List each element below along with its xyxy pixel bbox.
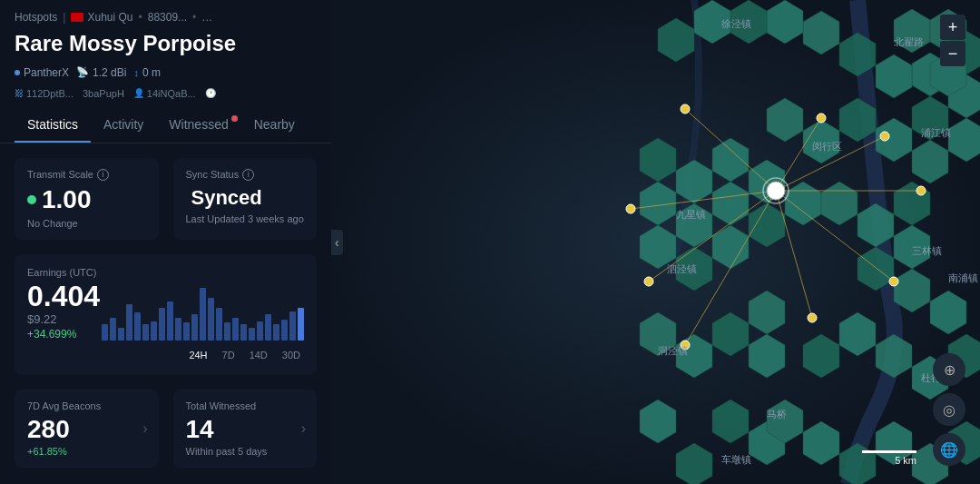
- chart-bar: [110, 318, 116, 341]
- period-30d[interactable]: 30D: [279, 348, 304, 362]
- svg-point-71: [681, 104, 690, 114]
- zoom-in-button[interactable]: +: [940, 15, 965, 40]
- bottom-row: 7D Avg Beacons 280 +61.85% › Total Witne…: [15, 390, 317, 468]
- svg-text:徐泾镇: 徐泾镇: [721, 18, 751, 29]
- transmit-info-icon[interactable]: i: [97, 169, 109, 181]
- earnings-card: Earnings (UTC) 0.404 $9.22 +34.699% 24H …: [15, 254, 317, 375]
- svg-text:九星镇: 九星镇: [676, 209, 706, 220]
- witnessed-label: Total Witnessed: [186, 400, 305, 411]
- breadcrumb-sep1: |: [63, 11, 65, 24]
- chart-bar: [191, 314, 198, 341]
- id-clock: 🕐: [205, 88, 216, 98]
- earnings-label: Earnings (UTC): [27, 267, 304, 278]
- chart-bar: [175, 318, 181, 341]
- breadcrumb: Hotspots | Xuhui Qu • 88309... • …: [0, 0, 331, 31]
- svg-text:车墩镇: 车墩镇: [721, 454, 751, 465]
- breadcrumb-location-label[interactable]: Xuhui Qu: [87, 11, 132, 24]
- chart-bar: [224, 322, 230, 341]
- stats-content: Transmit Scale i 1.00 No Change Sync Sta…: [0, 143, 331, 484]
- chart-bar: [142, 324, 149, 341]
- hotspot-name: Rare Mossy Porpoise: [0, 31, 331, 63]
- flag-icon: [71, 13, 83, 22]
- sync-last-updated: Last Updated 3 weeks ago: [186, 213, 305, 224]
- zoom-controls: + −: [940, 15, 965, 66]
- chart-bar: [249, 328, 255, 341]
- svg-point-78: [626, 204, 635, 213]
- owner-label: 14iNQaB...: [147, 88, 196, 99]
- breadcrumb-hotspots[interactable]: Hotspots: [15, 11, 57, 24]
- svg-point-69: [767, 182, 785, 200]
- chart-bar: [281, 320, 288, 341]
- chart-bar: [216, 308, 222, 341]
- transmit-green-dot: [27, 195, 36, 204]
- breadcrumb-location: Xuhui Qu: [71, 11, 132, 24]
- period-24h[interactable]: 24H: [185, 348, 211, 362]
- transmit-scale-card: Transmit Scale i 1.00 No Change: [15, 158, 159, 240]
- earnings-change: +34.699%: [27, 328, 100, 341]
- chart-bar: [208, 298, 214, 341]
- meta-maker: PantherX: [15, 66, 69, 79]
- period-7d[interactable]: 7D: [219, 348, 239, 362]
- svg-point-74: [916, 186, 926, 195]
- chart-bar: [257, 321, 263, 341]
- map-location-btn[interactable]: ◎: [933, 393, 965, 426]
- addr1-label: 112DptB...: [26, 88, 74, 99]
- svg-text:三林镇: 三林镇: [912, 245, 942, 256]
- zoom-out-button[interactable]: −: [940, 41, 965, 66]
- sync-status-card: Sync Status i Synced Last Updated 3 week…: [173, 158, 318, 240]
- earnings-left: 0.404 $9.22 +34.699%: [27, 282, 100, 341]
- chart-bar: [298, 308, 304, 341]
- panel-collapse-chevron[interactable]: ‹: [331, 230, 343, 255]
- chart-bar: [102, 324, 108, 341]
- sync-info-icon[interactable]: i: [242, 169, 254, 181]
- witnessed-chevron: ›: [301, 420, 306, 437]
- svg-text:北翟路: 北翟路: [894, 36, 924, 47]
- chart-bar: [289, 311, 296, 341]
- antenna-icon: 📡: [76, 66, 89, 78]
- beacons-card[interactable]: 7D Avg Beacons 280 +61.85% ›: [15, 390, 159, 468]
- transmit-scale-sub: No Change: [27, 218, 146, 229]
- elevation-icon: ↕: [133, 67, 139, 78]
- top-stats-row: Transmit Scale i 1.00 No Change Sync Sta…: [15, 158, 317, 240]
- beacons-change: +61.85%: [27, 446, 146, 457]
- map-area[interactable]: ‹: [331, 0, 980, 484]
- map-scale-bar: 5 km: [862, 450, 916, 466]
- id-address1: ⛓ 112DptB...: [15, 88, 74, 99]
- chart-bar: [200, 288, 206, 341]
- tab-nearby[interactable]: Nearby: [241, 108, 308, 143]
- svg-point-72: [817, 114, 826, 123]
- map-bottom-controls: ⊕ ◎ 🌐: [933, 353, 965, 466]
- synced-value: Synced: [186, 186, 305, 210]
- earnings-usd: $9.22: [27, 312, 100, 326]
- chart-bar: [151, 321, 157, 341]
- gain-label: 1.2 dBi: [93, 66, 126, 79]
- svg-text:浦江镇: 浦江镇: [921, 127, 951, 138]
- tab-witnessed[interactable]: Witnessed: [156, 108, 240, 143]
- tab-bar: Statistics Activity Witnessed Nearby: [0, 108, 331, 143]
- breadcrumb-dot2: •: [192, 11, 196, 24]
- clock-icon: 🕐: [205, 88, 216, 98]
- chart-bar: [159, 308, 165, 341]
- map-unknown-btn[interactable]: ⊕: [933, 353, 965, 386]
- elevation-label: 0 m: [142, 66, 161, 79]
- svg-text:洞泾镇: 洞泾镇: [658, 345, 688, 356]
- breadcrumb-address[interactable]: 88309...: [148, 11, 187, 24]
- svg-text:马桥: 马桥: [767, 409, 787, 420]
- map-layer-btn[interactable]: 🌐: [933, 433, 965, 466]
- chart-bar: [232, 318, 239, 341]
- chart-controls: 24H 7D 14D 30D: [27, 348, 304, 362]
- tab-activity[interactable]: Activity: [91, 108, 156, 143]
- hotspot-meta: PantherX 📡 1.2 dBi ↕ 0 m: [0, 63, 331, 86]
- meta-elevation: ↕ 0 m: [133, 66, 161, 79]
- chart-bar: [265, 314, 271, 341]
- witnessed-card[interactable]: Total Witnessed 14 Within past 5 days ›: [173, 390, 318, 468]
- period-14d[interactable]: 14D: [246, 348, 271, 362]
- witnessed-notification: [231, 115, 238, 122]
- breadcrumb-dot: •: [139, 11, 142, 24]
- breadcrumb-ellipsis: …: [201, 11, 212, 24]
- transmit-scale-label: Transmit Scale i: [27, 169, 146, 181]
- tab-statistics[interactable]: Statistics: [15, 108, 91, 143]
- transmit-scale-value: 1.00: [27, 186, 146, 214]
- svg-text:南浦镇: 南浦镇: [948, 272, 978, 283]
- chart-bar: [134, 312, 141, 341]
